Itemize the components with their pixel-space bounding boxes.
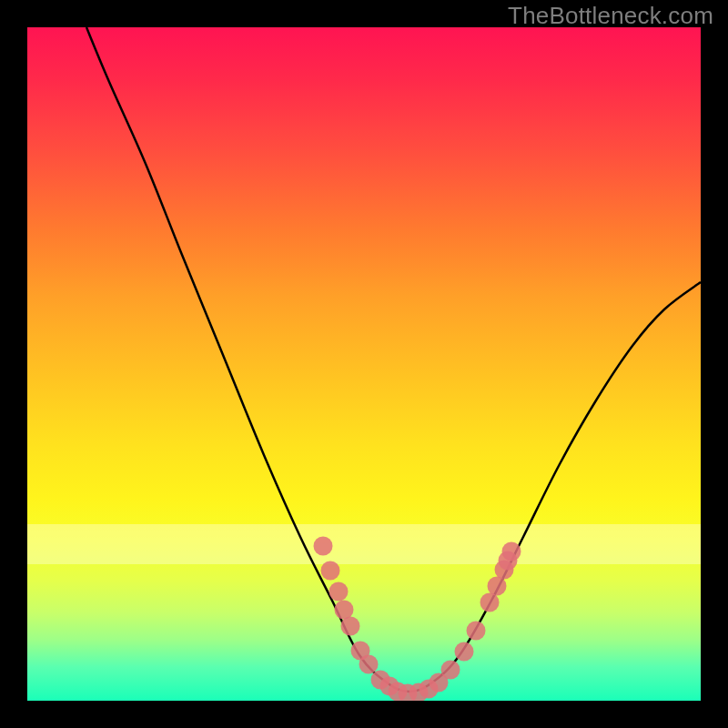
curve-dot [359, 655, 379, 674]
curve-dot [502, 542, 521, 561]
curve-dot [480, 593, 500, 612]
curve-dots [314, 537, 521, 702]
bottleneck-curve [86, 27, 701, 692]
curve-dot [314, 537, 333, 556]
watermark-text: TheBottleneck.com [508, 2, 713, 30]
curve-dot [341, 617, 360, 636]
curve-dot [441, 661, 460, 680]
plot-area [27, 27, 701, 701]
curve-dot [455, 642, 474, 662]
outer-frame: TheBottleneck.com [0, 0, 728, 728]
curve-dot [335, 601, 354, 620]
curve-svg [27, 27, 701, 701]
curve-dot [321, 561, 340, 581]
curve-dot [488, 577, 507, 596]
curve-dot [467, 622, 486, 641]
curve-dot [329, 582, 349, 602]
